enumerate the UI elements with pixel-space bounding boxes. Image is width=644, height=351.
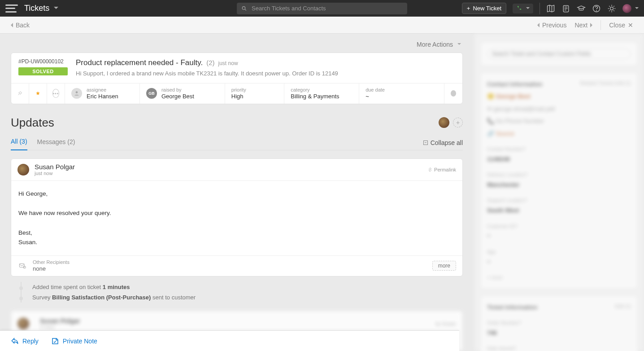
status-dot-icon	[451, 90, 456, 97]
dots-icon: •••	[52, 89, 60, 98]
chevron-right-icon	[590, 23, 592, 27]
update-card: Susan Polgar just now Permalink Hi Georg…	[11, 158, 463, 276]
chevron-left-icon	[537, 23, 540, 27]
settings-sun-icon[interactable]	[607, 4, 616, 13]
link-icon	[428, 167, 432, 172]
updates-title: Updates	[11, 116, 54, 130]
add-participant-button[interactable]: +	[453, 118, 463, 127]
sub-header: Back Previous Next Close ✕	[0, 17, 644, 34]
timeline-item: Added time spent on ticket 1 minutes	[32, 282, 463, 292]
chevron-down-icon[interactable]	[54, 7, 58, 9]
pin-icon	[17, 90, 22, 97]
assignee-cell[interactable]: assignee Eric Hansen	[65, 83, 140, 104]
update-author: Susan Polgar	[35, 163, 75, 171]
priority-cell[interactable]: priority High	[225, 83, 284, 104]
menu-icon[interactable]	[5, 4, 18, 13]
user-menu[interactable]	[622, 4, 639, 13]
svg-point-4	[596, 10, 597, 11]
section-title[interactable]: Tickets	[24, 4, 49, 13]
svg-point-5	[610, 7, 614, 10]
updates-tabs: All (3) Messages (2) Collapse all	[11, 138, 463, 150]
update-time: just now	[35, 171, 75, 176]
note-icon	[51, 337, 59, 345]
next-link[interactable]: Next	[574, 22, 592, 29]
clipboard-icon[interactable]	[561, 4, 570, 13]
bottom-action-bar: Reply Private Note	[0, 330, 459, 351]
top-header: Tickets + New Ticket	[0, 0, 644, 17]
activity-timeline: Added time spent on ticket 1 minutes Sur…	[21, 282, 463, 303]
avatar-initials: GB	[146, 88, 157, 99]
collapse-all-button[interactable]: Collapse all	[423, 139, 463, 150]
divider	[600, 20, 601, 30]
svg-point-0	[242, 6, 245, 9]
user-icon	[71, 88, 82, 99]
phone-icon	[516, 5, 522, 12]
avatar-icon	[622, 4, 631, 13]
avatar-icon	[17, 318, 29, 329]
previous-link[interactable]: Previous	[537, 22, 566, 29]
plus-icon: +	[467, 5, 470, 12]
status-dot-cell[interactable]	[444, 83, 462, 104]
side-panel: Contact Information Related Tickets Edit…	[474, 34, 644, 351]
other-recipients-value: none	[33, 265, 70, 272]
graduation-icon[interactable]	[577, 4, 586, 13]
more-actions-button[interactable]: More Actions	[11, 34, 463, 53]
new-ticket-label: New Ticket	[473, 5, 501, 12]
side-search-input[interactable]	[487, 48, 631, 59]
main-column: More Actions #PD-UW00000102 SOLVED Produ…	[0, 34, 474, 351]
chevron-left-icon	[11, 23, 13, 27]
ticket-count: (2)	[206, 59, 214, 66]
search-input[interactable]	[252, 5, 403, 12]
more-button[interactable]: more	[432, 261, 456, 271]
avatar-icon	[17, 164, 29, 176]
chevron-down-icon	[635, 7, 639, 9]
back-label: Back	[16, 22, 30, 29]
duedate-cell[interactable]: due date ~	[359, 83, 444, 104]
update-body: Hi George, We have now resolved your que…	[11, 181, 462, 255]
svg-line-1	[245, 9, 246, 10]
timeline-item: Survey Billing Satisfaction (Post-Purcha…	[32, 292, 463, 303]
reply-icon	[11, 337, 19, 345]
phone-button[interactable]	[513, 4, 533, 13]
ticket-time: just now	[218, 60, 238, 66]
ticket-title: Product replacement needed - Faulty.	[76, 58, 203, 67]
chevron-down-icon	[526, 7, 530, 9]
reply-button[interactable]: Reply	[11, 337, 39, 345]
back-link[interactable]: Back	[11, 22, 30, 29]
permalink-button[interactable]: Permalink	[428, 167, 456, 172]
close-icon: ✕	[628, 22, 633, 29]
svg-point-6	[76, 92, 78, 94]
envelope-check-icon	[17, 262, 27, 269]
ticket-id: #PD-UW00000102	[18, 58, 68, 65]
more-menu-button[interactable]: •••	[47, 83, 65, 104]
category-cell[interactable]: category Billing & Payments	[284, 83, 359, 104]
divider	[540, 3, 540, 14]
private-note-button[interactable]: Private Note	[51, 337, 97, 345]
avatar-icon	[439, 117, 449, 128]
status-badge: SOLVED	[18, 67, 68, 75]
collapse-icon	[423, 140, 428, 145]
raised-by-cell[interactable]: GB raised by George Best	[140, 83, 225, 104]
other-recipients-label: Other Recipients	[33, 259, 70, 265]
chevron-down-icon	[457, 43, 461, 45]
star-icon	[35, 90, 40, 97]
ticket-description: Hi Support, I ordered a brand new Asis m…	[76, 70, 455, 77]
new-ticket-button[interactable]: + New Ticket	[462, 3, 506, 14]
search-box[interactable]	[237, 3, 407, 14]
map-icon[interactable]	[546, 4, 555, 13]
ticket-card: #PD-UW00000102 SOLVED Product replacemen…	[11, 53, 463, 104]
help-icon[interactable]	[592, 4, 601, 13]
tab-all[interactable]: All (3)	[11, 138, 27, 150]
close-link[interactable]: Close ✕	[609, 22, 633, 29]
star-button[interactable]	[29, 83, 47, 104]
tab-messages[interactable]: Messages (2)	[37, 138, 75, 150]
search-icon	[241, 5, 247, 12]
pin-button[interactable]	[11, 83, 29, 104]
